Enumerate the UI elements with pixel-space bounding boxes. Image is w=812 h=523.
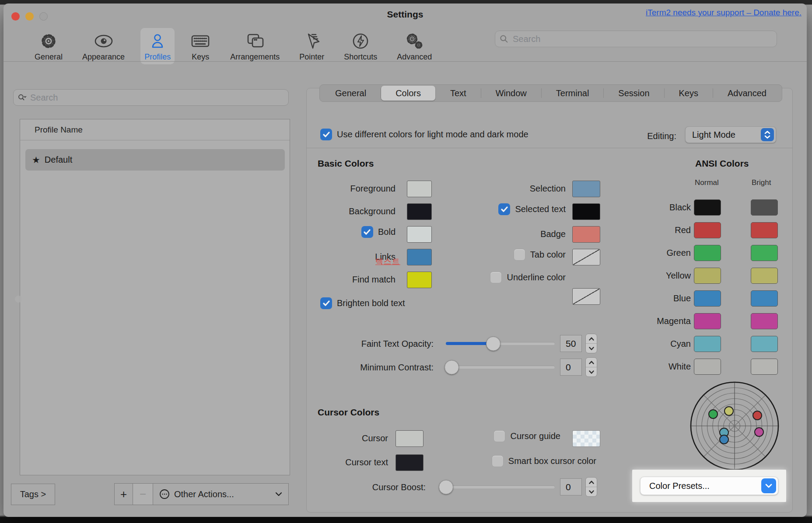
cursor-guide-checkbox[interactable] (494, 430, 505, 442)
toolbar-item-appearance[interactable]: Appearance (78, 28, 129, 64)
toolbar-item-advanced[interactable]: Advanced (393, 28, 436, 64)
slider-thumb[interactable] (439, 480, 453, 494)
tab-general[interactable]: General (321, 86, 381, 101)
editing-mode-dropdown[interactable]: Light Mode (685, 126, 776, 143)
wheel-dot-blue[interactable] (720, 435, 728, 444)
stepper-down-icon[interactable] (586, 367, 597, 377)
ansi-black-bright-swatch[interactable] (751, 199, 778, 216)
smart-box-checkbox[interactable] (492, 455, 504, 467)
ansi-magenta-bright-swatch[interactable] (751, 313, 778, 329)
faint-opacity-input[interactable] (560, 335, 581, 352)
ansi-green-normal-swatch[interactable] (694, 245, 721, 261)
tab-advanced[interactable]: Advanced (713, 86, 781, 101)
ansi-yellow-bright-swatch[interactable] (751, 268, 778, 284)
cursor-boost-slider[interactable] (440, 485, 555, 488)
color-wheel[interactable] (689, 380, 780, 472)
stepper-up-icon[interactable] (586, 334, 597, 344)
slider-fill (446, 342, 493, 345)
badge-swatch[interactable] (572, 226, 600, 243)
underline-color-swatch[interactable] (572, 288, 600, 305)
stepper-up-icon[interactable] (586, 478, 597, 487)
ansi-cyan-normal-swatch[interactable] (694, 336, 721, 352)
find-match-swatch[interactable] (407, 272, 432, 288)
selected-text-checkbox[interactable] (498, 203, 510, 215)
profile-row-default[interactable]: ★ Default (25, 149, 285, 171)
ansi-white-normal-swatch[interactable] (694, 359, 721, 375)
toolbar-search-field[interactable] (495, 31, 777, 47)
tab-colors[interactable]: Colors (381, 86, 435, 101)
basic-colors-heading: Basic Colors (318, 158, 374, 169)
profile-search-input[interactable] (29, 92, 284, 103)
ansi-magenta-label: Magenta (613, 316, 691, 326)
minimum-contrast-input[interactable] (560, 359, 581, 375)
selected-text-swatch[interactable] (572, 203, 600, 220)
minimize-button[interactable] (25, 12, 34, 21)
tab-terminal[interactable]: Terminal (542, 86, 604, 101)
toolbar-item-pointer[interactable]: Pointer (295, 28, 328, 64)
wheel-dot-magenta[interactable] (755, 428, 763, 436)
ansi-yellow-normal-swatch[interactable] (694, 268, 721, 284)
ansi-magenta-normal-swatch[interactable] (694, 313, 721, 329)
background-label: Background (307, 206, 396, 216)
tab-session[interactable]: Session (604, 86, 664, 101)
toolbar-item-profiles[interactable]: Profiles (140, 28, 175, 64)
tab-window[interactable]: Window (481, 86, 541, 101)
stepper-down-icon[interactable] (586, 487, 597, 496)
underline-color-checkbox[interactable] (490, 272, 502, 283)
ansi-red-bright-swatch[interactable] (751, 222, 778, 238)
slider-thumb[interactable] (444, 360, 459, 374)
minimum-contrast-value[interactable] (560, 359, 582, 376)
toolbar-item-arrangements[interactable]: Arrangements (226, 28, 284, 64)
selection-swatch[interactable] (572, 181, 600, 197)
ansi-blue-bright-swatch[interactable] (751, 290, 778, 307)
tags-button[interactable]: Tags > (11, 484, 55, 505)
bold-swatch[interactable] (407, 226, 432, 243)
ansi-red-normal-swatch[interactable] (694, 222, 721, 238)
ansi-blue-normal-swatch[interactable] (694, 290, 721, 307)
cursor-text-swatch[interactable] (396, 454, 424, 471)
cursor-swatch[interactable] (396, 430, 424, 447)
stepper-up-icon[interactable] (586, 358, 597, 367)
close-button[interactable] (11, 12, 20, 21)
tab-color-checkbox[interactable] (514, 249, 525, 261)
tab-color-swatch[interactable] (572, 249, 600, 265)
color-presets-dropdown[interactable]: Color Presets... (640, 477, 778, 495)
faint-opacity-stepper[interactable] (585, 334, 597, 353)
minimum-contrast-slider[interactable] (446, 366, 555, 369)
wheel-dot-yellow[interactable] (724, 407, 733, 415)
stepper-down-icon[interactable] (586, 344, 597, 353)
use-different-colors-checkbox[interactable] (320, 129, 332, 140)
brighten-bold-checkbox[interactable] (320, 297, 332, 309)
cursor-boost-value[interactable] (560, 478, 582, 495)
faint-opacity-slider[interactable] (446, 342, 555, 345)
settings-toolbar: General Appearance Profiles Keys Arrange… (31, 28, 436, 64)
cursor-boost-input[interactable] (560, 479, 581, 495)
remove-profile-button[interactable]: − (133, 483, 153, 505)
links-swatch[interactable] (407, 249, 432, 265)
add-profile-button[interactable]: + (114, 483, 133, 505)
cursor-boost-stepper[interactable] (585, 477, 597, 497)
ansi-cyan-bright-swatch[interactable] (751, 336, 778, 352)
profile-search-field[interactable] (13, 89, 289, 106)
tab-keys[interactable]: Keys (665, 86, 713, 101)
bold-checkbox[interactable] (361, 226, 373, 238)
background-swatch[interactable] (407, 203, 432, 220)
cursor-guide-swatch[interactable] (572, 430, 600, 447)
other-actions-dropdown[interactable]: Other Actions... (153, 483, 289, 505)
ansi-green-bright-swatch[interactable] (751, 245, 778, 261)
slider-thumb[interactable] (486, 336, 500, 351)
ansi-black-normal-swatch[interactable] (694, 199, 721, 216)
minimum-contrast-stepper[interactable] (585, 357, 597, 377)
donate-link[interactable]: iTerm2 needs your support – Donate here. (646, 8, 802, 17)
toolbar-item-keys[interactable]: Keys (186, 28, 214, 64)
toolbar-item-shortcuts[interactable]: Shortcuts (340, 28, 381, 64)
faint-opacity-value[interactable] (560, 335, 582, 352)
tab-text[interactable]: Text (436, 86, 481, 101)
foreground-swatch[interactable] (407, 181, 432, 197)
ansi-white-bright-swatch[interactable] (751, 359, 778, 375)
wheel-dot-green[interactable] (709, 410, 718, 418)
zoom-button[interactable] (39, 12, 48, 21)
toolbar-item-general[interactable]: General (31, 28, 66, 64)
wheel-dot-red[interactable] (753, 411, 762, 420)
search-input[interactable] (512, 34, 772, 45)
